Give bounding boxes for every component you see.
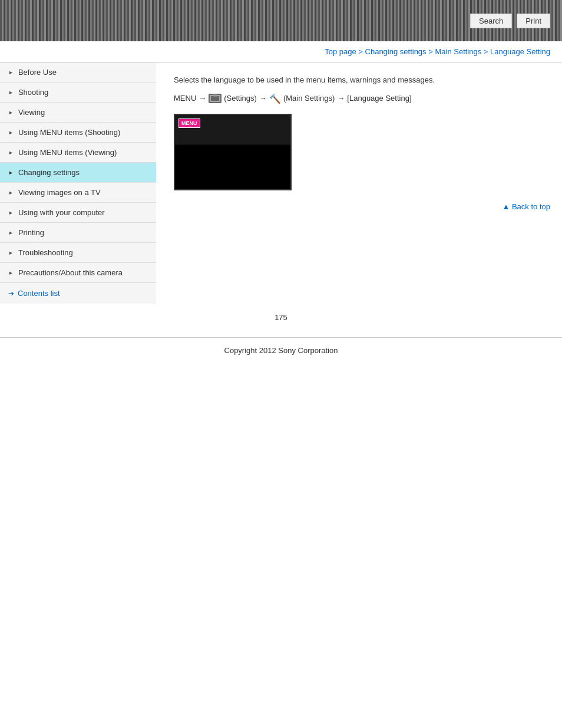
arrow-right-icon: ➔ bbox=[8, 289, 14, 298]
camera-menu-label: MENU bbox=[178, 118, 200, 128]
arrow-3: → bbox=[337, 94, 345, 103]
breadcrumb-separator: > bbox=[358, 47, 365, 56]
settings-label: (Settings) bbox=[224, 94, 257, 103]
content-area: Selects the language to be used in the m… bbox=[156, 62, 562, 229]
breadcrumb-separator2: > bbox=[428, 47, 435, 56]
sidebar-item-shooting[interactable]: ► Shooting bbox=[0, 83, 156, 103]
print-button[interactable]: Print bbox=[517, 14, 550, 28]
chevron-right-icon: ► bbox=[8, 210, 14, 216]
sidebar-item-label: Printing bbox=[18, 228, 44, 237]
sidebar-item-label: Using MENU items (Shooting) bbox=[18, 128, 120, 137]
sidebar-item-label: Before Use bbox=[18, 68, 57, 77]
menu-label: MENU bbox=[174, 94, 196, 103]
sidebar-item-label: Viewing images on a TV bbox=[18, 188, 101, 197]
sidebar-item-label: Precautions/About this camera bbox=[18, 268, 123, 277]
chevron-right-icon: ► bbox=[8, 270, 14, 276]
settings-camera-icon bbox=[209, 94, 222, 103]
chevron-right-icon: ► bbox=[8, 110, 14, 116]
sidebar-item-using-menu-shooting[interactable]: ► Using MENU items (Shooting) bbox=[0, 123, 156, 143]
chevron-right-icon: ► bbox=[8, 70, 14, 75]
language-setting-label: [Language Setting] bbox=[347, 94, 411, 103]
copyright-text: Copyright 2012 Sony Corporation bbox=[224, 346, 338, 355]
camera-screen-bottom bbox=[175, 144, 290, 189]
sidebar-item-label: Shooting bbox=[18, 88, 48, 97]
sidebar-item-label: Troubleshooting bbox=[18, 248, 73, 257]
chevron-right-icon: ► bbox=[8, 190, 14, 196]
sidebar-item-viewing[interactable]: ► Viewing bbox=[0, 103, 156, 123]
sidebar-item-before-use[interactable]: ► Before Use bbox=[0, 62, 156, 83]
sidebar-item-viewing-images-tv[interactable]: ► Viewing images on a TV bbox=[0, 183, 156, 203]
sidebar-item-using-menu-viewing[interactable]: ► Using MENU items (Viewing) bbox=[0, 143, 156, 163]
breadcrumb-language-setting[interactable]: Language Setting bbox=[490, 47, 550, 56]
breadcrumb-top-page[interactable]: Top page bbox=[325, 47, 356, 56]
breadcrumb-separator3: > bbox=[484, 47, 490, 56]
sidebar-item-label: Using with your computer bbox=[18, 208, 105, 217]
main-settings-label: (Main Settings) bbox=[283, 94, 335, 103]
sidebar: ► Before Use ► Shooting ► Viewing ► Usin… bbox=[0, 62, 156, 304]
sidebar-item-troubleshooting[interactable]: ► Troubleshooting bbox=[0, 243, 156, 263]
arrow-1: → bbox=[199, 94, 206, 103]
content-description: Selects the language to be used in the m… bbox=[174, 74, 550, 87]
chevron-right-icon: ► bbox=[8, 170, 14, 176]
main-layout: ► Before Use ► Shooting ► Viewing ► Usin… bbox=[0, 62, 562, 304]
contents-list-link[interactable]: ➔ Contents list bbox=[0, 283, 156, 304]
sidebar-item-label: Using MENU items (Viewing) bbox=[18, 148, 117, 157]
sidebar-item-changing-settings[interactable]: ► Changing settings bbox=[0, 163, 156, 183]
arrow-2: → bbox=[259, 94, 267, 103]
camera-screenshot: MENU bbox=[174, 114, 292, 190]
sidebar-item-precautions[interactable]: ► Precautions/About this camera bbox=[0, 263, 156, 283]
menu-path: MENU → (Settings) → 🔨 (Main Settings) → … bbox=[174, 93, 550, 104]
back-to-top-link[interactable]: ▲ Back to top bbox=[502, 202, 550, 211]
sidebar-item-label: Viewing bbox=[18, 108, 45, 117]
breadcrumb-changing-settings[interactable]: Changing settings bbox=[365, 47, 427, 56]
chevron-right-icon: ► bbox=[8, 250, 14, 256]
chevron-right-icon: ► bbox=[8, 150, 14, 156]
main-settings-icon: 🔨 bbox=[269, 93, 281, 104]
header: Search Print bbox=[0, 0, 562, 41]
sidebar-item-printing[interactable]: ► Printing bbox=[0, 223, 156, 243]
svg-text:🔨: 🔨 bbox=[269, 93, 281, 104]
sidebar-item-using-computer[interactable]: ► Using with your computer bbox=[0, 203, 156, 223]
sidebar-item-label: Changing settings bbox=[18, 168, 80, 177]
footer: Copyright 2012 Sony Corporation bbox=[0, 337, 562, 363]
page-number: 175 bbox=[0, 304, 562, 331]
chevron-right-icon: ► bbox=[8, 90, 14, 95]
breadcrumb-main-settings[interactable]: Main Settings bbox=[435, 47, 481, 56]
breadcrumb: Top page > Changing settings > Main Sett… bbox=[0, 41, 562, 62]
chevron-right-icon: ► bbox=[8, 230, 14, 236]
chevron-right-icon: ► bbox=[8, 130, 14, 136]
contents-list-label: Contents list bbox=[18, 289, 60, 298]
back-to-top: ▲ Back to top bbox=[174, 190, 550, 217]
search-button[interactable]: Search bbox=[470, 14, 512, 28]
